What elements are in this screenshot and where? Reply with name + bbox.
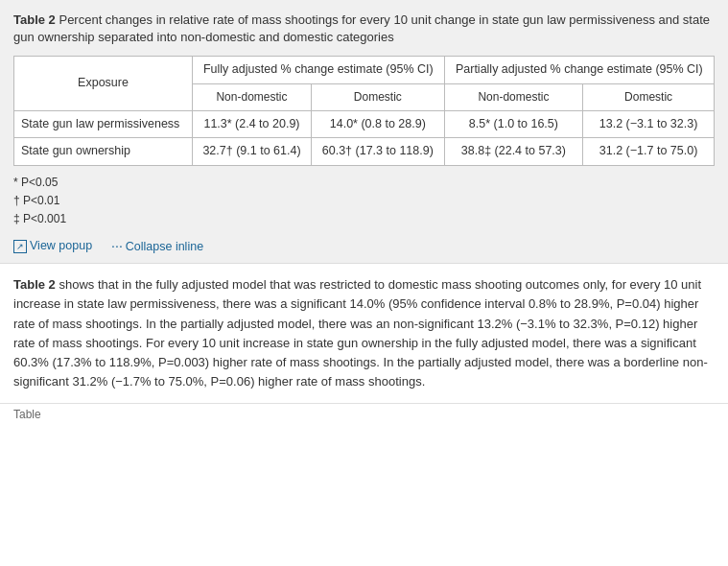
footnote-3: ‡ P<0.001 (13, 210, 715, 228)
partially-domestic-cell: 13.2 (−3.1 to 32.3) (583, 110, 715, 138)
table-caption-bold: Table 2 (13, 12, 56, 27)
page-wrapper: Table 2 Percent changes in relative rate… (0, 0, 728, 425)
collapse-inline-link[interactable]: ···Collapse inline (111, 238, 203, 253)
table-row: State gun law permissiveness 11.3* (2.4 … (14, 110, 715, 138)
partially-adjusted-header: Partially adjusted % change estimate (95… (444, 57, 714, 84)
fully-domestic-header: Domestic (311, 83, 444, 110)
partially-non-domestic-header: Non-domestic (444, 83, 582, 110)
footnote-2: † P<0.01 (13, 192, 715, 210)
fully-domestic-cell: 14.0* (0.8 to 28.9) (311, 110, 444, 138)
fully-domestic-cell: 60.3† (17.3 to 118.9) (311, 138, 444, 166)
exposure-header: Exposure (14, 57, 193, 110)
body-paragraph: Table 2 shows that in the fully adjusted… (13, 275, 715, 391)
data-table: Exposure Fully adjusted % change estimat… (13, 56, 715, 165)
bottom-label: Table (0, 403, 728, 425)
partially-domestic-header: Domestic (583, 83, 715, 110)
fully-non-domestic-cell: 11.3* (2.4 to 20.9) (193, 110, 312, 138)
exposure-cell: State gun law permissiveness (14, 110, 193, 138)
table-controls: ↗View popup ···Collapse inline (13, 238, 715, 253)
table-row: State gun ownership 32.7† (9.1 to 61.4) … (14, 138, 715, 166)
fully-non-domestic-cell: 32.7† (9.1 to 61.4) (193, 138, 312, 166)
footnotes: * P<0.05 † P<0.01 ‡ P<0.001 (13, 174, 715, 229)
body-text-content: shows that in the fully adjusted model t… (13, 277, 708, 389)
fully-adjusted-header: Fully adjusted % change estimate (95% CI… (193, 57, 445, 84)
fully-non-domestic-header: Non-domestic (193, 83, 312, 110)
view-popup-link[interactable]: ↗View popup (13, 239, 92, 253)
table-caption: Table 2 Percent changes in relative rate… (13, 12, 715, 46)
collapse-dots-icon: ··· (111, 238, 123, 253)
body-text-bold: Table 2 (13, 277, 56, 292)
partially-non-domestic-cell: 38.8‡ (22.4 to 57.3) (444, 138, 582, 166)
table-section: Table 2 Percent changes in relative rate… (0, 0, 728, 264)
partially-domestic-cell: 31.2 (−1.7 to 75.0) (583, 138, 715, 166)
text-section: Table 2 shows that in the fully adjusted… (0, 264, 728, 403)
partially-non-domestic-cell: 8.5* (1.0 to 16.5) (444, 110, 582, 138)
exposure-cell: State gun ownership (14, 138, 193, 166)
popup-icon: ↗ (13, 240, 27, 253)
footnote-1: * P<0.05 (13, 174, 715, 192)
table-caption-text: Percent changes in relative rate of mass… (13, 12, 710, 44)
